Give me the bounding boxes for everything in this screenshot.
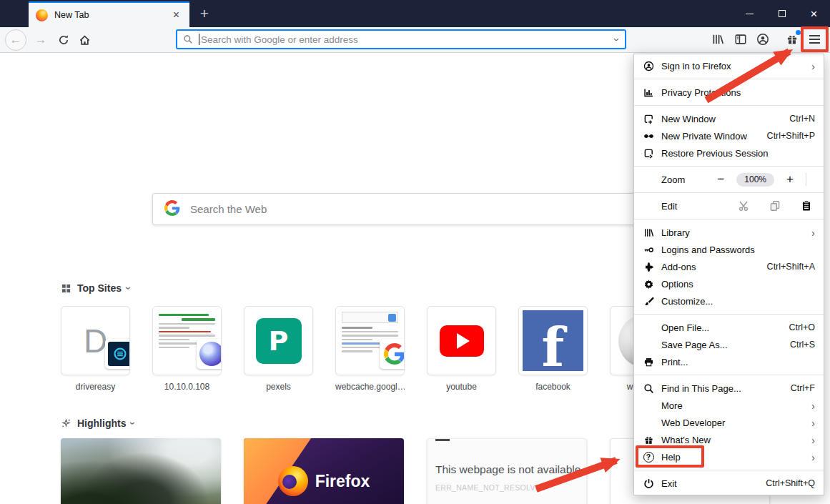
menu-item-zoom[interactable]: Zoom−100%+ [634,171,824,188]
top-site-pexels[interactable]: Ppexels [244,306,313,392]
whats-new-button[interactable] [784,31,800,47]
menu-item-privacy-protections[interactable]: Privacy Protections [634,84,824,101]
address-bar[interactable]: Search with Google or enter address › [176,29,626,49]
menu-item-open-file[interactable]: Open File...Ctrl+O [634,319,824,336]
menu-item-label: Edit [661,201,738,212]
site-tile: P [244,306,313,375]
account-icon [756,33,769,46]
site-tile [427,306,496,375]
back-button[interactable]: ← [5,29,26,51]
menu-item-shortcut: Ctrl+O [789,322,815,332]
site-tile [335,306,405,375]
chevron-right-icon: › [811,400,815,411]
menu-item-print[interactable]: Print... [634,353,824,370]
address-dropdown-icon[interactable]: › [611,38,623,41]
paste-icon[interactable] [801,200,812,212]
sphere-favicon [199,342,222,366]
menu-item-shortcut: Ctrl+N [789,114,815,124]
top-site-drivereasy[interactable]: Ddrivereasy [61,306,130,392]
top-site-10-10-0-108[interactable]: 10.10.0.108 [152,306,222,392]
chevron-down-icon[interactable]: › [123,287,134,290]
chevron-right-icon: › [811,452,815,463]
menu-item-web-developer[interactable]: Web Developer› [634,414,824,431]
menu-item-new-private-window[interactable]: New Private WindowCtrl+Shift+P [634,127,824,144]
top-site-facebook[interactable]: ffacebook [518,306,588,392]
highlight-card-error-page[interactable]: This webpage is not availableERR_NAME_NO… [427,438,587,504]
chevron-right-icon: › [811,435,815,445]
privacy-chart-icon [643,87,654,98]
menu-item-options[interactable]: Options [634,275,824,292]
new-window-icon [643,113,654,124]
site-label: pexels [244,382,313,392]
icon-spacer [643,174,654,185]
app-menu-panel: Sign in to Firefox›Privacy ProtectionsNe… [633,54,824,495]
menu-item-shortcut: Ctrl+Shift+P [767,131,815,141]
tab-title: New Tab [54,10,170,20]
web-search-box[interactable]: Search the Web [152,193,678,225]
highlights-header[interactable]: Highlights › [61,417,135,429]
menu-item-sign-in-to-firefox[interactable]: Sign in to Firefox› [634,57,824,74]
home-button[interactable] [74,29,95,51]
maximize-icon [779,10,786,17]
maximize-button[interactable] [766,0,798,27]
zoom-controls: −100%+ [713,172,815,187]
menu-item-label: Zoom [661,174,713,185]
reload-button[interactable] [53,29,74,51]
menu-item-library[interactable]: Library› [634,224,824,241]
top-sites-title: Top Sites [77,282,122,294]
menu-item-new-window[interactable]: New WindowCtrl+N [634,110,824,127]
library-button[interactable] [710,31,726,47]
menu-item-label: What's New [661,435,806,445]
menu-item-add-ons[interactable]: Add-onsCtrl+Shift+A [634,258,824,275]
zoom-out-button[interactable]: − [713,172,728,187]
forward-icon: → [35,33,47,47]
site-tile: D [61,306,130,375]
menu-item-shortcut: Ctrl+Shift+A [767,262,815,272]
menu-item-more[interactable]: More› [634,397,824,414]
notification-dot [796,30,801,35]
top-site-webcache-googl[interactable]: webcache.googl… [335,306,405,392]
menu-item-customize[interactable]: Customize... [634,292,824,310]
menu-item-shortcut: Ctrl+S [790,340,815,350]
menu-item-label: Options [661,279,815,290]
forward-button[interactable]: → [30,29,51,51]
top-sites-header[interactable]: Top Sites › [61,282,131,294]
menu-item-edit[interactable]: Edit [634,197,824,214]
menu-item-label: Web Developer [661,417,806,428]
menu-item-save-page-as[interactable]: Save Page As...Ctrl+S [634,336,824,353]
cut-icon[interactable] [738,200,749,212]
highlight-card-image-ark[interactable] [61,438,221,504]
zoom-in-button[interactable]: + [783,172,797,187]
copy-icon[interactable] [769,200,781,212]
highlight-card-firefox-promo[interactable]: Firefox [244,438,404,504]
menu-item-exit[interactable]: ExitCtrl+Shift+Q [634,475,824,492]
menu-item-shortcut: Ctrl+Shift+Q [766,478,815,488]
minimize-button[interactable] [733,0,766,27]
site-label: drivereasy [61,382,130,392]
zoom-level-indicator[interactable]: 100% [736,173,774,187]
icon-spacer [643,417,654,428]
close-button[interactable]: × [798,0,830,27]
firefox-logo-row: Firefox [244,438,404,504]
library-icon [643,227,654,238]
sidebar-button[interactable] [733,31,749,47]
tab-close-icon[interactable]: × [170,9,182,21]
sidebar-icon [734,33,747,46]
menu-item-find-in-this-page[interactable]: Find in This Page...Ctrl+F [634,380,824,397]
annotation-box-help-item [636,445,704,468]
printer-icon [643,356,654,367]
site-tile [152,306,222,375]
google-logo [164,200,180,219]
icon-spacer [643,200,654,212]
menu-item-help[interactable]: ?Help› [634,448,824,465]
tab-new-tab[interactable]: New Tab × [29,1,189,27]
menu-item-restore-previous-session[interactable]: Restore Previous Session [634,144,824,162]
menu-separator [634,79,824,79]
menu-item-logins-and-passwords[interactable]: Logins and Passwords [634,241,824,258]
minimize-icon [746,14,754,14]
top-site-youtube[interactable]: youtube [427,306,496,392]
chevron-down-icon[interactable]: › [128,422,139,425]
menu-item-label: Library [661,227,806,238]
account-button[interactable] [755,31,771,47]
new-tab-button[interactable]: + [195,5,214,24]
